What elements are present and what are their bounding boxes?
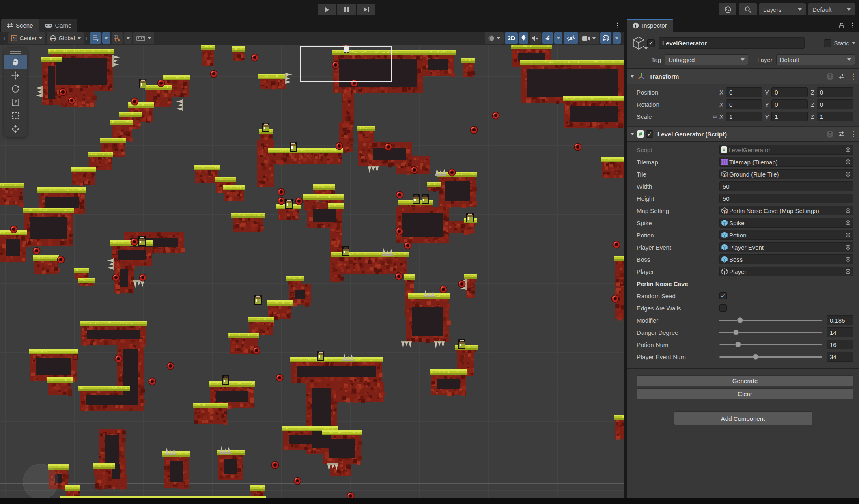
component-kebab-icon[interactable]: ⋮ bbox=[850, 131, 857, 138]
checkbox-random-seed[interactable]: ✓ bbox=[719, 292, 727, 299]
object-field-map-setting[interactable]: Perlin Noise Cave (Map Settings) bbox=[719, 206, 853, 215]
tool-hand[interactable] bbox=[4, 55, 27, 69]
scene-menu-kebab-icon[interactable]: ⋮ bbox=[614, 22, 621, 29]
toolbar-grip-icon[interactable]: ‖ bbox=[3, 35, 6, 41]
add-component-button[interactable]: Add Component bbox=[674, 411, 812, 425]
scene-canvas[interactable] bbox=[0, 45, 624, 504]
link-broken-icon[interactable]: ⧉ bbox=[710, 113, 719, 120]
transform-scale-x-field[interactable]: 1 bbox=[726, 112, 762, 121]
tool-rect[interactable] bbox=[4, 109, 27, 122]
slider-modifier[interactable]: 0.185 bbox=[719, 315, 853, 325]
layers-dropdown[interactable]: Layers bbox=[759, 3, 806, 15]
object-field-spike[interactable]: Spike bbox=[719, 218, 853, 228]
scene-viewport[interactable] bbox=[0, 45, 624, 504]
step-button[interactable] bbox=[357, 4, 375, 15]
slider-danger-degree[interactable]: 14 bbox=[719, 327, 853, 337]
shading-mode-button[interactable] bbox=[485, 32, 504, 44]
object-field-player[interactable]: Player bbox=[719, 267, 853, 276]
slider-value-field[interactable]: 14 bbox=[827, 327, 853, 337]
clear-button[interactable]: Clear bbox=[637, 388, 853, 399]
object-picker-icon[interactable] bbox=[844, 170, 852, 178]
gameobject-cube-icon[interactable] bbox=[630, 36, 647, 50]
object-picker-icon[interactable] bbox=[844, 219, 852, 226]
object-field-script[interactable]: #LevelGenerator bbox=[719, 145, 853, 155]
tool-rotate[interactable] bbox=[4, 82, 27, 95]
slider-player-event-num[interactable]: 34 bbox=[719, 352, 853, 362]
transform-position-y-field[interactable]: 0 bbox=[771, 87, 807, 97]
hidden-objects-button[interactable] bbox=[564, 32, 578, 44]
tag-dropdown[interactable]: Untagged bbox=[665, 54, 748, 65]
effects-dropdown[interactable] bbox=[554, 32, 562, 44]
snap-grid-button[interactable] bbox=[112, 32, 123, 44]
static-dropdown-icon[interactable] bbox=[852, 42, 856, 44]
static-checkbox[interactable] bbox=[824, 39, 831, 47]
slider-knob[interactable] bbox=[733, 330, 739, 335]
2d-mode-button[interactable]: 2D bbox=[505, 32, 518, 44]
object-field-player-event[interactable]: Player Event bbox=[719, 242, 853, 252]
inspector-menu-kebab-icon[interactable]: ⋮ bbox=[849, 22, 856, 29]
camera-settings-button[interactable] bbox=[579, 32, 599, 44]
gameobject-name-field[interactable]: LevelGenerator bbox=[659, 37, 805, 49]
transform-position-z-field[interactable]: 0 bbox=[817, 87, 853, 97]
grid-visibility-button[interactable]: Y bbox=[90, 32, 101, 44]
search-button[interactable] bbox=[739, 3, 757, 15]
audio-toggle-button[interactable] bbox=[530, 32, 541, 44]
help-icon[interactable]: ? bbox=[827, 131, 833, 138]
object-picker-icon[interactable] bbox=[844, 231, 852, 239]
script-enabled-checkbox[interactable]: ✓ bbox=[646, 130, 653, 138]
object-picker-icon[interactable] bbox=[844, 268, 852, 275]
checkbox-edges-are-walls[interactable] bbox=[719, 304, 727, 312]
effects-toggle-button[interactable] bbox=[542, 32, 553, 44]
lighting-toggle-button[interactable] bbox=[519, 32, 528, 44]
slider-knob[interactable] bbox=[737, 317, 743, 323]
transform-header[interactable]: Transform ? ⋮ bbox=[627, 69, 859, 84]
orientation-button[interactable]: Global bbox=[47, 32, 84, 44]
snap-grid-dropdown[interactable] bbox=[124, 32, 132, 44]
script-component-header[interactable]: # ✓ Level Generator (Script) ? ⋮ bbox=[627, 126, 859, 142]
object-field-boss[interactable]: Boss bbox=[719, 254, 853, 264]
tab-game[interactable]: Game bbox=[39, 19, 78, 32]
toolbar-grip-icon[interactable]: ‖ bbox=[85, 35, 88, 41]
help-icon[interactable]: ? bbox=[827, 73, 833, 80]
slider-knob[interactable] bbox=[735, 342, 741, 347]
transform-scale-y-field[interactable]: 1 bbox=[771, 112, 807, 121]
gameobject-active-checkbox[interactable]: ✓ bbox=[647, 39, 655, 47]
foldout-icon[interactable] bbox=[630, 133, 634, 135]
pivot-mode-button[interactable]: Center bbox=[8, 32, 45, 44]
transform-rotation-y-field[interactable]: 0 bbox=[771, 99, 807, 109]
transform-rotation-x-field[interactable]: 0 bbox=[726, 99, 762, 109]
foldout-icon[interactable] bbox=[630, 75, 634, 78]
tab-scene[interactable]: Scene bbox=[1, 19, 39, 32]
object-picker-icon[interactable] bbox=[844, 256, 852, 263]
transform-rotation-z-field[interactable]: 0 bbox=[817, 99, 853, 109]
generate-button[interactable]: Generate bbox=[637, 375, 853, 386]
presets-icon[interactable] bbox=[838, 131, 845, 137]
panel-divider[interactable] bbox=[624, 19, 627, 504]
text-field-height[interactable]: 50 bbox=[719, 194, 853, 203]
grid-visibility-dropdown[interactable] bbox=[102, 32, 110, 44]
object-picker-icon[interactable] bbox=[844, 158, 852, 166]
presets-icon[interactable] bbox=[838, 73, 845, 79]
object-picker-icon[interactable] bbox=[844, 243, 852, 251]
slider-value-field[interactable]: 34 bbox=[827, 352, 853, 362]
tab-inspector[interactable]: Inspector bbox=[627, 19, 673, 32]
palette-drag-handle[interactable] bbox=[4, 50, 27, 55]
slider-potion-num[interactable]: 16 bbox=[719, 340, 853, 349]
slider-track[interactable] bbox=[719, 356, 822, 358]
undo-history-button[interactable] bbox=[719, 3, 736, 15]
tool-transform[interactable] bbox=[4, 122, 27, 136]
tool-scale[interactable] bbox=[4, 95, 27, 109]
layout-dropdown[interactable]: Default bbox=[808, 3, 855, 15]
play-button[interactable] bbox=[318, 4, 336, 15]
text-field-width[interactable]: 50 bbox=[719, 181, 853, 191]
component-kebab-icon[interactable]: ⋮ bbox=[850, 73, 857, 80]
layer-dropdown[interactable]: Default bbox=[776, 54, 855, 65]
object-picker-icon[interactable] bbox=[844, 146, 852, 153]
snap-increment-button[interactable] bbox=[133, 32, 154, 44]
object-field-tilemap[interactable]: Tilemap (Tilemap) bbox=[719, 157, 853, 167]
slider-track[interactable] bbox=[719, 320, 822, 321]
lock-open-icon[interactable] bbox=[839, 22, 844, 28]
gizmos-dropdown[interactable] bbox=[613, 32, 621, 44]
slider-knob[interactable] bbox=[753, 354, 758, 360]
pause-button[interactable] bbox=[337, 4, 356, 15]
